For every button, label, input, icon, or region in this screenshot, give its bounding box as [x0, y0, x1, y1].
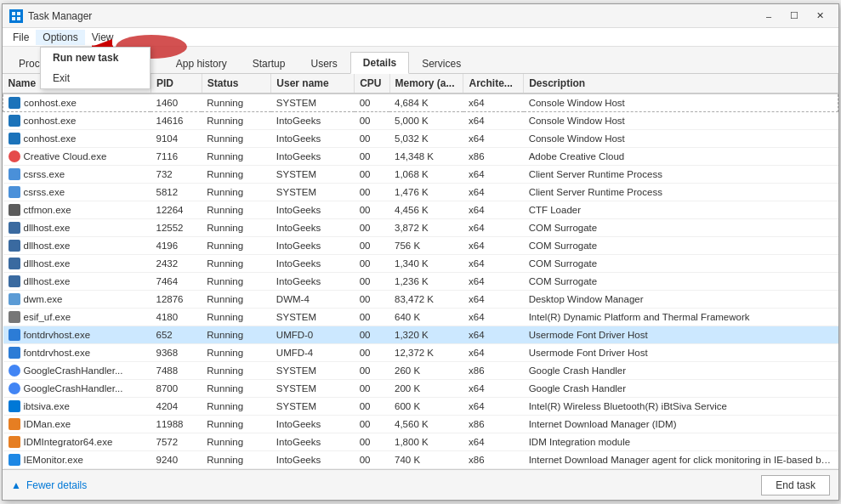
cell-memory: 14,348 K [389, 148, 463, 166]
window-controls: – ☐ ✕ [757, 8, 832, 25]
table-row[interactable]: ibtsiva.exe4204RunningSYSTEM00600 Kx64In… [3, 398, 838, 416]
cell-memory: 756 K [389, 237, 463, 255]
cell-username: IntoGeeks [271, 237, 355, 255]
cell-username: IntoGeeks [271, 416, 355, 433]
fewer-details-button[interactable]: ▲ Fewer details [11, 479, 87, 491]
header-desc[interactable]: Description [524, 74, 838, 93]
table-row[interactable]: conhost.exe14616RunningIntoGeeks005,000 … [3, 112, 838, 130]
dll-icon [9, 258, 20, 269]
table-row[interactable]: dwm.exe12876RunningDWM-40083,472 Kx64Des… [3, 291, 838, 309]
process-name: GoogleCrashHandler... [24, 383, 123, 394]
header-pid[interactable]: PID [151, 74, 202, 93]
process-table-container[interactable]: Name PID Status User name CPU Memory (a.… [3, 74, 838, 469]
process-name: csrss.exe [24, 169, 65, 179]
header-arch[interactable]: Archite... [463, 74, 524, 93]
cell-cpu: 00 [355, 93, 389, 112]
table-row[interactable]: fontdrvhost.exe652RunningUMFD-0001,320 K… [3, 326, 838, 344]
cell-status: Running [202, 112, 271, 130]
table-row[interactable]: ctfmon.exe12264RunningIntoGeeks004,456 K… [3, 201, 838, 219]
cell-cpu: 00 [355, 362, 389, 380]
maximize-button[interactable]: ☐ [782, 8, 806, 25]
cell-name: GoogleCrashHandler... [3, 380, 139, 397]
cell-memory: 1,320 K [389, 326, 463, 344]
table-row[interactable]: fontdrvhost.exe9368RunningUMFD-40012,372… [3, 344, 838, 362]
terminal-icon [9, 133, 20, 144]
table-row[interactable]: csrss.exe5812RunningSYSTEM001,476 Kx64Cl… [3, 184, 838, 201]
process-name: conhost.exe [24, 98, 77, 108]
end-task-button[interactable]: End task [761, 475, 830, 496]
dll-icon [9, 222, 20, 234]
cell-pid: 652 [151, 326, 202, 344]
table-row[interactable]: GoogleCrashHandler...7488RunningSYSTEM00… [3, 362, 838, 380]
tab-users[interactable]: Users [298, 53, 349, 74]
process-name: dllhost.exe [24, 223, 71, 233]
tab-details[interactable]: Details [350, 52, 409, 74]
cell-pid: 7488 [151, 362, 202, 380]
header-status[interactable]: Status [202, 74, 271, 93]
cell-username: IntoGeeks [271, 201, 355, 219]
process-name: dllhost.exe [24, 258, 71, 269]
cell-arch: x64 [463, 380, 524, 398]
table-row[interactable]: IEMonitor.exe9240RunningIntoGeeks00740 K… [3, 451, 838, 469]
cell-username: IntoGeeks [271, 255, 355, 273]
menu-bar: File Options View Run new task Exit [3, 28, 838, 47]
cell-cpu: 00 [355, 309, 389, 326]
table-row[interactable]: conhost.exe9104RunningIntoGeeks005,032 K… [3, 130, 838, 148]
cell-arch: x64 [463, 93, 524, 112]
close-button[interactable]: ✕ [808, 8, 832, 25]
terminal-icon [9, 97, 20, 109]
cell-status: Running [202, 398, 271, 416]
table-row[interactable]: IDMIntegrator64.exe7572RunningIntoGeeks0… [3, 433, 838, 451]
cell-pid: 7116 [151, 148, 202, 166]
header-memory[interactable]: Memory (a... [389, 74, 463, 93]
table-row[interactable]: dllhost.exe7464RunningIntoGeeks001,236 K… [3, 273, 838, 291]
cell-status: Running [202, 362, 271, 380]
minimize-button[interactable]: – [757, 8, 781, 25]
process-name: ctfmon.exe [24, 205, 71, 215]
cell-username: SYSTEM [271, 380, 355, 398]
cell-cpu: 00 [355, 201, 389, 219]
tab-services[interactable]: Services [409, 53, 474, 74]
idm-icon [9, 436, 20, 448]
cell-pid: 5812 [151, 184, 202, 201]
header-username[interactable]: User name [271, 74, 355, 93]
cell-description: Console Window Host [524, 112, 838, 130]
cell-cpu: 00 [355, 433, 389, 451]
table-row[interactable]: dllhost.exe12552RunningIntoGeeks003,872 … [3, 219, 838, 237]
cell-description: IDM Integration module [524, 433, 838, 451]
tab-startup[interactable]: Startup [240, 53, 298, 74]
cell-description: Adobe Creative Cloud [524, 148, 838, 166]
dropdown-exit[interactable]: Exit [41, 68, 150, 88]
menu-view[interactable]: View [85, 30, 121, 45]
cell-username: IntoGeeks [271, 219, 355, 237]
table-row[interactable]: esif_uf.exe4180RunningSYSTEM00640 Kx64In… [3, 309, 838, 326]
cell-status: Running [202, 380, 271, 398]
menu-options[interactable]: Options [36, 30, 84, 45]
table-row[interactable]: IDMan.exe11988RunningIntoGeeks004,560 Kx… [3, 416, 838, 433]
cell-cpu: 00 [355, 166, 389, 184]
cell-pid: 9104 [151, 130, 202, 148]
cell-username: IntoGeeks [271, 112, 355, 130]
table-row[interactable]: Creative Cloud.exe7116RunningIntoGeeks00… [3, 148, 838, 166]
cell-memory: 4,684 K [389, 93, 463, 112]
cell-description: Usermode Font Driver Host [524, 344, 838, 362]
table-row[interactable]: dllhost.exe4196RunningIntoGeeks00756 Kx6… [3, 237, 838, 255]
cell-memory: 12,372 K [389, 344, 463, 362]
header-cpu[interactable]: CPU [355, 74, 389, 93]
menu-file[interactable]: File [6, 30, 36, 45]
cell-arch: x64 [463, 398, 524, 416]
cell-description: COM Surrogate [524, 237, 838, 255]
table-row[interactable]: csrss.exe732RunningSYSTEM001,068 Kx64Cli… [3, 166, 838, 184]
dropdown-run-new-task[interactable]: Run new task [41, 48, 150, 68]
table-row[interactable]: conhost.exe1460RunningSYSTEM004,684 Kx64… [3, 93, 838, 112]
table-row[interactable]: GoogleCrashHandler...8700RunningSYSTEM00… [3, 380, 838, 398]
cell-pid: 9368 [151, 344, 202, 362]
ie-icon [9, 454, 20, 466]
cell-name: GoogleCrashHandler... [3, 362, 139, 379]
cell-username: IntoGeeks [271, 433, 355, 451]
cell-name: csrss.exe [3, 166, 139, 183]
table-row[interactable]: dllhost.exe2432RunningIntoGeeks001,340 K… [3, 255, 838, 273]
tab-app-history[interactable]: App history [163, 53, 240, 74]
sys-icon [9, 168, 20, 180]
cell-description: Client Server Runtime Process [524, 184, 838, 201]
